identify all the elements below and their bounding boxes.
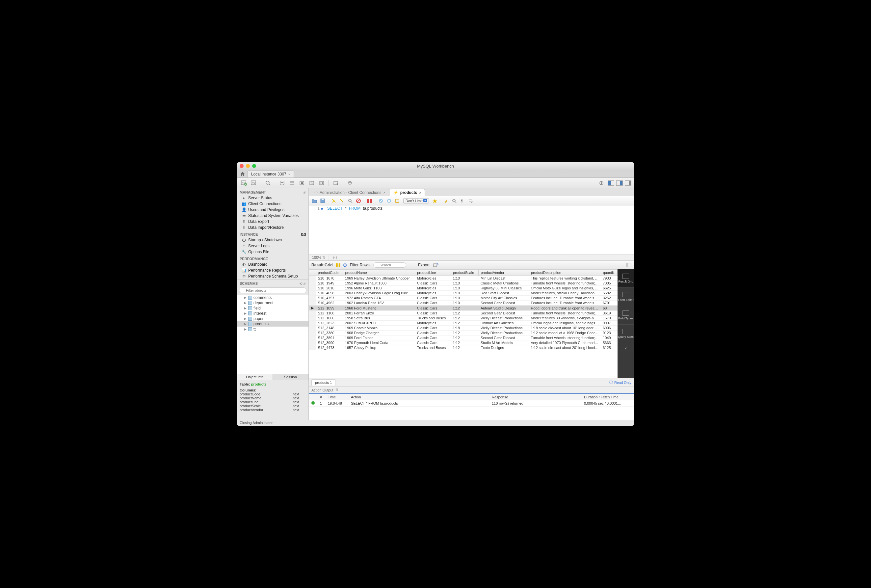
sidebar-item-options-file[interactable]: 🔧Options File	[237, 249, 308, 255]
execute-icon[interactable]	[330, 197, 337, 205]
table-row[interactable]: S12_31481969 Corvair MonzaClassic Cars1:…	[309, 326, 618, 331]
inspector-button[interactable]	[264, 179, 272, 187]
table-row[interactable]: S10_47571972 Alfa Romeo GTAClassic Cars1…	[309, 296, 618, 301]
table-row[interactable]: ▶S12_10991968 Ford MustangClassic Cars1:…	[309, 305, 618, 311]
filter-rows-input[interactable]	[373, 262, 406, 268]
commit-icon[interactable]	[377, 197, 385, 205]
reconnect-button[interactable]	[346, 179, 354, 187]
create-table-button[interactable]	[288, 179, 296, 187]
rail-form-editor[interactable]: Form Editor	[618, 288, 634, 306]
table-row[interactable]: S10_46982003 Harley-Davidson Eagle Drag …	[309, 291, 618, 296]
table-row[interactable]: S12_16661958 Setra BusTrucks and Buses1:…	[309, 316, 618, 321]
save-icon[interactable]	[319, 197, 326, 205]
sidebar-item-performance-schema[interactable]: ⚙Performance Schema Setup	[237, 273, 308, 279]
invisible-chars-icon[interactable]: ¶	[459, 197, 466, 205]
rail-field-types[interactable]: Field Types	[618, 306, 634, 325]
create-function-button[interactable]	[317, 179, 326, 187]
tree-item-comments[interactable]: ▶comments	[237, 295, 308, 300]
tree-item-field[interactable]: ▶field	[237, 305, 308, 311]
tree-item-paper[interactable]: ▶paper	[237, 316, 308, 321]
schema-filter-input[interactable]	[239, 287, 307, 293]
table-row[interactable]: S10_19491952 Alpine Renault 1300Classic …	[309, 281, 618, 286]
execute-current-icon[interactable]: I	[338, 197, 346, 205]
grid-columns-icon[interactable]	[335, 263, 340, 267]
table-row[interactable]: S12_38911969 Ford FalconClassic Cars1:12…	[309, 335, 618, 340]
sidebar-item-dashboard[interactable]: ◐Dashboard	[237, 262, 308, 267]
tab-object-info[interactable]: Object Info	[237, 374, 273, 380]
table-row[interactable]: S12_11082001 Ferrari EnzoClassic Cars1:1…	[309, 311, 618, 316]
column-header[interactable]: productName	[343, 269, 415, 276]
table-row[interactable]: S12_39901970 Plymouth Hemi CudaClassic C…	[309, 340, 618, 346]
zoom-indicator[interactable]: 100% ⇅	[309, 256, 329, 260]
wrap-cells-icon[interactable]	[626, 263, 632, 267]
schema-tree[interactable]: ▶comments ▶department ▶field ▶interest ▶…	[237, 295, 308, 374]
connection-tab[interactable]: Local instance 3307 ×	[247, 171, 294, 178]
table-row[interactable]: S12_44731957 Chevy PickupTrucks and Buse…	[309, 346, 618, 350]
expand-schemas-icon[interactable]: ⤢	[303, 282, 306, 286]
sidebar-item-startup-shutdown[interactable]: ⏻Startup / Shutdown	[237, 237, 308, 243]
close-tab-icon[interactable]: ×	[383, 191, 385, 195]
sidebar-item-status-variables[interactable]: ☰Status and System Variables	[237, 213, 308, 218]
sidebar-item-client-connections[interactable]: 👥Client Connections	[237, 201, 308, 207]
refresh-icon[interactable]: ⟲	[299, 282, 302, 286]
wrap-icon[interactable]	[467, 197, 474, 205]
close-window-button[interactable]	[239, 164, 244, 168]
toggle-autocommit-icon[interactable]	[366, 197, 373, 205]
column-header[interactable]: productDescription	[529, 269, 601, 276]
stop-icon[interactable]	[355, 197, 362, 205]
create-procedure-button[interactable]: fx	[307, 179, 316, 187]
sidebar-item-performance-reports[interactable]: 📊Performance Reports	[237, 267, 308, 273]
find-icon[interactable]	[450, 197, 458, 205]
zoom-window-button[interactable]	[252, 164, 256, 168]
result-tab-products1[interactable]: products 1	[311, 379, 335, 386]
table-row[interactable]: S10_16781969 Harley Davidson Ultimate Ch…	[309, 276, 618, 281]
toggle-right-panel-button[interactable]	[625, 180, 632, 186]
sidebar-item-data-import[interactable]: ⬇Data Import/Restore	[237, 224, 308, 230]
refresh-results-icon[interactable]	[343, 263, 347, 267]
open-file-icon[interactable]	[311, 197, 318, 205]
tree-item-department[interactable]: ▶department	[237, 300, 308, 305]
rail-query-stats[interactable]: Query Stats	[618, 325, 634, 343]
sql-editor[interactable]: 1 SELECT * FROM ta.products;	[309, 205, 634, 255]
table-row[interactable]: S10_20161996 Moto Guzzi 1100iMotorcycles…	[309, 286, 618, 291]
tree-item-products[interactable]: ▶products	[237, 321, 308, 326]
column-header[interactable]: productCode	[316, 269, 343, 276]
explain-icon[interactable]	[347, 197, 354, 205]
result-grid[interactable]: productCodeproductNameproductLineproduct…	[309, 269, 618, 378]
toggle-bottom-panel-button[interactable]	[616, 180, 623, 186]
editor-code[interactable]: SELECT * FROM ta.products;	[325, 205, 385, 254]
table-row[interactable]: S10_49621962 LanciaA Delta 16VClassic Ca…	[309, 301, 618, 305]
sidebar-item-users-privileges[interactable]: 👤Users and Privileges	[237, 207, 308, 213]
rollback-icon[interactable]	[385, 197, 393, 205]
column-header[interactable]: quantit	[601, 269, 617, 276]
home-icon[interactable]	[239, 170, 246, 178]
limit-rows-select[interactable]: Don't Limit	[403, 198, 429, 203]
close-tab-icon[interactable]: ×	[419, 191, 421, 195]
table-row[interactable]: S12_28232002 Suzuki XREOMotorcycles1:12U…	[309, 321, 618, 326]
create-view-button[interactable]	[298, 179, 306, 187]
sidebar-item-server-logs[interactable]: ⚠Server Logs	[237, 243, 308, 249]
brush-icon[interactable]	[442, 197, 450, 205]
close-tab-icon[interactable]: ×	[288, 172, 290, 176]
create-schema-button[interactable]	[278, 179, 286, 187]
tab-session[interactable]: Session	[273, 374, 309, 380]
tab-administration[interactable]: ◌ Administration - Client Connections ×	[311, 189, 389, 196]
rail-more[interactable]: ⌄	[618, 343, 634, 351]
column-header[interactable]: productLine	[415, 269, 451, 276]
open-sql-file-button[interactable]: SQL	[250, 179, 258, 187]
column-header[interactable]: productVendor	[479, 269, 529, 276]
export-icon[interactable]	[433, 263, 438, 267]
settings-gear-icon[interactable]	[597, 179, 606, 187]
rail-result-grid[interactable]: Result Grid	[618, 269, 634, 288]
output-dropdown-icon[interactable]: ⇅	[335, 388, 338, 392]
table-row[interactable]: S12_33801968 Dodge ChargerClassic Cars1:…	[309, 331, 618, 335]
new-sql-tab-button[interactable]: SQL+	[239, 179, 248, 187]
tree-item-interest[interactable]: ▶interest	[237, 311, 308, 316]
minimize-window-button[interactable]	[246, 164, 250, 168]
toggle-limit-icon[interactable]	[394, 197, 401, 205]
expand-icon[interactable]: ⤢	[303, 191, 306, 194]
tree-item-tt[interactable]: ▶tt	[237, 326, 308, 332]
sidebar-item-server-status[interactable]: ▸Server Status	[237, 195, 308, 201]
column-header[interactable]: productScale	[451, 269, 479, 276]
tab-products-query[interactable]: ⚡ products ×	[390, 189, 425, 196]
